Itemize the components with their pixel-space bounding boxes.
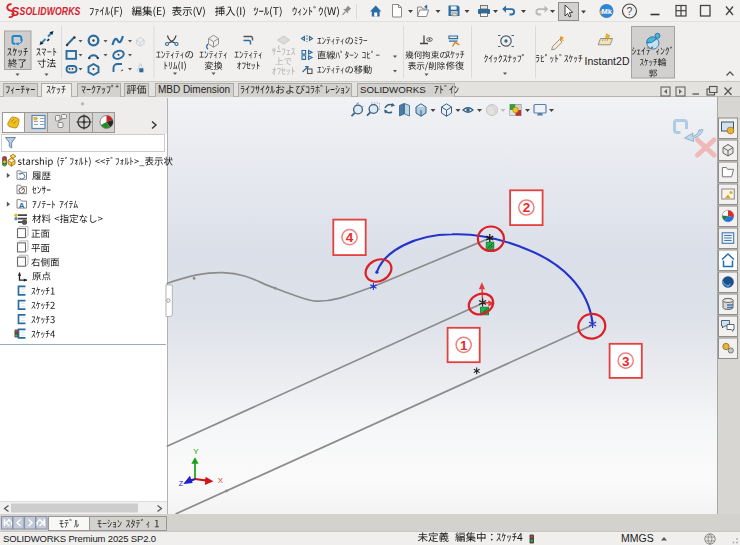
svg-text:3: 3	[622, 354, 630, 369]
svg-text:4: 4	[346, 230, 354, 245]
svg-text:?: ?	[627, 5, 633, 17]
svg-text:X: X	[218, 476, 224, 485]
svg-text:S: S	[11, 5, 20, 19]
svg-text:SOLIDWORKS: SOLIDWORKS	[360, 84, 426, 95]
svg-text:2: 2	[523, 200, 531, 215]
svg-text:1: 1	[460, 338, 468, 353]
svg-text:SOLIDWORKS: SOLIDWORKS	[20, 5, 81, 17]
svg-text:+: +	[115, 83, 119, 90]
svg-text:MMGS: MMGS	[621, 532, 654, 544]
svg-text:MBD Dimension: MBD Dimension	[158, 84, 230, 95]
svg-text:Y: Y	[193, 447, 199, 456]
svg-text:Instant2D: Instant2D	[585, 55, 630, 67]
svg-text:Mk: Mk	[602, 7, 613, 16]
svg-text:SOLIDWORKS Premium 2025 SP2.0: SOLIDWORKS Premium 2025 SP2.0	[3, 533, 156, 544]
svg-text:A: A	[19, 201, 25, 210]
svg-text:Z: Z	[179, 480, 184, 487]
